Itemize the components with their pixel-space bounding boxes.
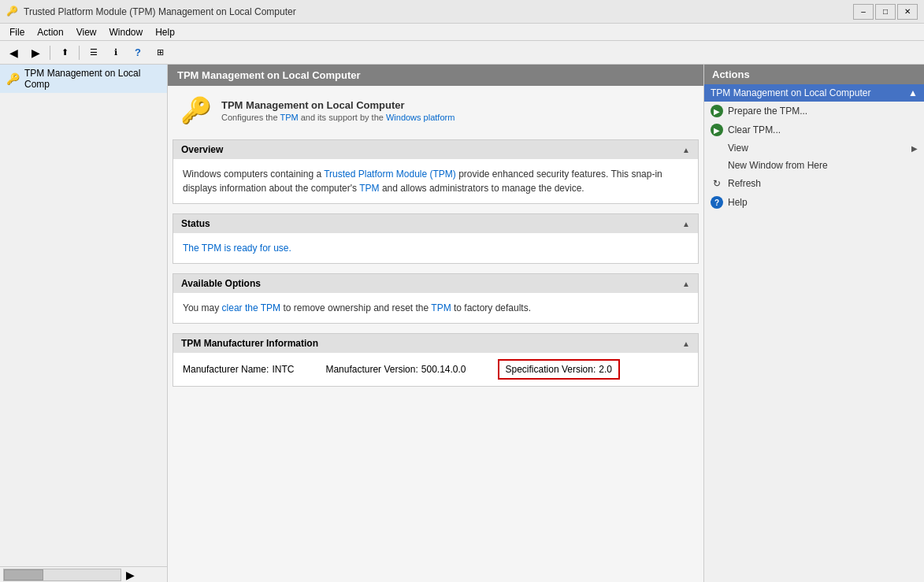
app-icon: 🔑	[6, 6, 19, 18]
icon-header-title: TPM Management on Local Computer	[221, 99, 455, 111]
menu-help[interactable]: Help	[149, 25, 181, 39]
extra-button[interactable]: ⊞	[150, 43, 170, 62]
action-help[interactable]: ? Help	[704, 193, 924, 212]
status-header[interactable]: Status ▲	[173, 214, 698, 233]
minimize-button[interactable]: –	[853, 4, 874, 20]
overview-section: Overview ▲ Windows computers containing …	[173, 139, 699, 204]
title-bar-controls: – □ ✕	[853, 4, 918, 20]
manufacturer-name-value: INTC	[272, 364, 294, 375]
properties-button[interactable]: ℹ	[106, 43, 126, 62]
windows-link[interactable]: Windows platform	[386, 113, 455, 122]
clear-tpm-link[interactable]: clear the TPM	[222, 302, 280, 313]
help-label: Help	[728, 197, 918, 208]
available-options-section: Available Options ▲ You may clear the TP…	[173, 273, 699, 324]
manufacturer-version-cell: Manufacturer Version: 500.14.0.0	[325, 364, 466, 375]
spec-version-value: 2.0	[599, 364, 612, 375]
sidebar-bottom: ▶	[0, 566, 167, 582]
manufacturer-title: TPM Manufacturer Information	[181, 338, 318, 349]
refresh-label: Refresh	[728, 178, 918, 189]
sidebar-item-tpm[interactable]: 🔑 TPM Management on Local Comp	[0, 65, 167, 93]
status-section: Status ▲ The TPM is ready for use.	[173, 213, 699, 264]
tpm-link-2[interactable]: TPM	[359, 183, 379, 194]
back-button[interactable]: ◀	[3, 43, 24, 62]
manufacturer-section: TPM Manufacturer Information ▲ Manufactu…	[173, 333, 699, 387]
toolbar-separator-1	[50, 46, 50, 60]
sidebar-scroll-area: 🔑 TPM Management on Local Comp	[0, 65, 167, 566]
menu-bar: File Action View Window Help	[0, 24, 924, 41]
clear-tpm-label: Clear TPM...	[728, 124, 918, 135]
action-new-window[interactable]: New Window from Here	[704, 157, 924, 174]
menu-file[interactable]: File	[3, 25, 31, 39]
view-label: View	[711, 143, 907, 154]
tpm-overview-link[interactable]: Trusted Platform Module (TPM)	[324, 169, 456, 180]
scroll-right-button[interactable]: ▶	[124, 567, 136, 583]
manufacturer-header[interactable]: TPM Manufacturer Information ▲	[173, 334, 698, 353]
clear-tpm-icon: ▶	[711, 124, 723, 136]
view-arrow: ▶	[911, 144, 918, 153]
prepare-tpm-label: Prepare the TPM...	[728, 106, 918, 117]
status-chevron: ▲	[682, 220, 690, 228]
manufacturer-row: Manufacturer Name: INTC Manufacturer Ver…	[173, 353, 698, 386]
manufacturer-name-cell: Manufacturer Name: INTC	[183, 364, 294, 375]
scrollbar-thumb	[4, 569, 43, 580]
title-bar: 🔑 Trusted Platform Module (TPM) Manageme…	[0, 0, 924, 24]
forward-button[interactable]: ▶	[25, 43, 46, 62]
spec-version-box: Specification Version: 2.0	[498, 359, 620, 380]
status-text: The TPM is ready for use.	[183, 243, 291, 254]
key-icon: 🔑	[180, 95, 212, 125]
overview-title: Overview	[181, 144, 223, 155]
menu-window[interactable]: Window	[103, 25, 150, 39]
tpm-link-3[interactable]: TPM	[431, 302, 451, 313]
status-title: Status	[181, 218, 210, 229]
overview-text: Windows computers containing a Trusted P…	[183, 169, 662, 194]
title-bar-text: Trusted Platform Module (TPM) Management…	[24, 6, 296, 17]
icon-header-text: TPM Management on Local Computer Configu…	[221, 99, 455, 122]
available-options-title: Available Options	[181, 278, 261, 289]
sidebar: 🔑 TPM Management on Local Comp ▶	[0, 65, 168, 582]
available-options-header[interactable]: Available Options ▲	[173, 274, 698, 293]
show-hide-button[interactable]: ☰	[83, 43, 104, 62]
action-refresh[interactable]: ↻ Refresh	[704, 174, 924, 193]
action-clear-tpm[interactable]: ▶ Clear TPM...	[704, 120, 924, 139]
right-panel: Actions TPM Management on Local Computer…	[703, 65, 924, 582]
icon-header-subtitle: Configures the TPM and its support by th…	[221, 113, 455, 122]
right-panel-section-chevron: ▲	[908, 87, 918, 98]
tpm-link[interactable]: TPM	[280, 113, 298, 122]
right-panel-section-label: TPM Management on Local Computer	[711, 87, 870, 98]
overview-header[interactable]: Overview ▲	[173, 140, 698, 159]
toolbar-separator-2	[79, 46, 80, 60]
manufacturer-chevron: ▲	[682, 339, 690, 348]
action-prepare-tpm[interactable]: ▶ Prepare the TPM...	[704, 102, 924, 120]
overview-chevron: ▲	[682, 146, 690, 154]
icon-header: 🔑 TPM Management on Local Computer Confi…	[168, 86, 703, 135]
content-header: TPM Management on Local Computer	[168, 65, 703, 86]
new-window-label: New Window from Here	[711, 160, 918, 171]
up-button[interactable]: ⬆	[54, 43, 75, 62]
right-panel-header: Actions	[704, 65, 924, 84]
available-options-content: You may clear the TPM to remove ownershi…	[173, 293, 698, 323]
manufacturer-version-value: 500.14.0.0	[421, 364, 466, 375]
help-toolbar-button[interactable]: ?	[128, 43, 148, 62]
prepare-tpm-icon: ▶	[711, 105, 723, 117]
overview-content: Windows computers containing a Trusted P…	[173, 159, 698, 203]
close-button[interactable]: ✕	[897, 4, 918, 20]
spec-version-label: Specification Version:	[506, 364, 596, 375]
status-content: The TPM is ready for use.	[173, 233, 698, 263]
manufacturer-name-label: Manufacturer Name:	[183, 364, 269, 375]
horizontal-scrollbar[interactable]	[3, 569, 121, 581]
sidebar-tpm-icon: 🔑	[6, 72, 20, 85]
menu-action[interactable]: Action	[31, 25, 69, 39]
manufacturer-version-label: Manufacturer Version:	[325, 364, 417, 375]
app-layout: 🔑 TPM Management on Local Comp ▶ TPM Man…	[0, 65, 924, 582]
toolbar: ◀ ▶ ⬆ ☰ ℹ ? ⊞	[0, 41, 924, 65]
subtitle-middle: and its support by the	[299, 113, 386, 122]
help-icon: ?	[711, 196, 723, 209]
subtitle-before: Configures the	[221, 113, 280, 122]
center-content: TPM Management on Local Computer 🔑 TPM M…	[168, 65, 703, 582]
refresh-icon: ↻	[711, 177, 723, 190]
menu-view[interactable]: View	[70, 25, 103, 39]
action-view[interactable]: View ▶	[704, 139, 924, 157]
maximize-button[interactable]: □	[875, 4, 896, 20]
available-options-text: You may clear the TPM to remove ownershi…	[183, 302, 531, 313]
right-panel-section-header: TPM Management on Local Computer ▲	[704, 84, 924, 102]
